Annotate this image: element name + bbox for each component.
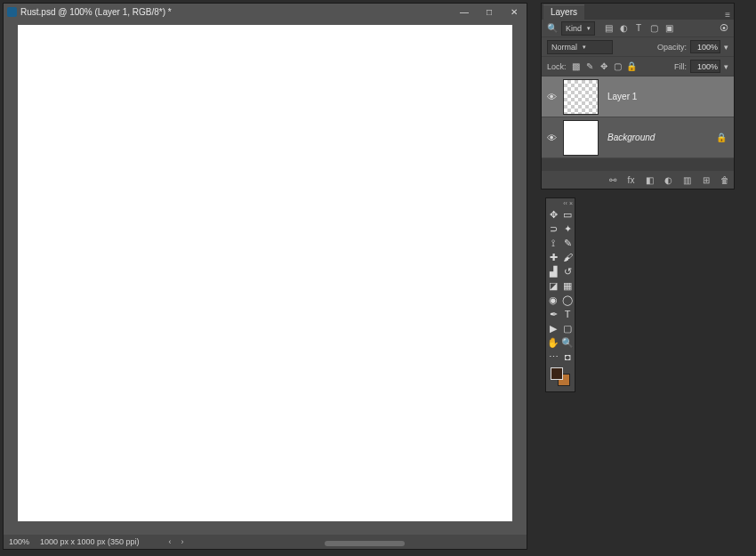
lock-transparent-icon[interactable]: ▩ — [570, 61, 582, 71]
lock-icons: ▩ ✎ ✥ ▢ 🔒 — [570, 61, 638, 71]
layer-row[interactable]: 👁Layer 1 — [542, 77, 734, 117]
chevron-down-icon[interactable]: ▾ — [724, 62, 728, 71]
lock-label: Lock: — [547, 62, 567, 71]
dodge-tool[interactable]: ◯ — [560, 293, 575, 307]
delete-layer-icon[interactable]: 🗑 — [719, 175, 730, 185]
clone-stamp-tool[interactable]: ▟ — [546, 264, 560, 278]
lock-artboard-icon[interactable]: ▢ — [612, 61, 623, 71]
layer-mask-icon[interactable]: ◧ — [644, 175, 655, 185]
crop-tool[interactable]: ⟟ — [546, 236, 560, 250]
lasso-tool[interactable]: ⊃ — [546, 222, 560, 236]
search-icon[interactable]: 🔍 — [547, 23, 558, 33]
opacity-label: Opacity: — [657, 43, 687, 52]
layers-panel: Layers ≡ 🔍 Kind ▾ ▤ ◐ T ▢ ▣ ⦿ Normal ▾ O… — [541, 3, 735, 189]
horizontal-scrollbar[interactable] — [217, 540, 500, 547]
magic-wand-tool[interactable]: ✦ — [560, 222, 575, 236]
pen-tool[interactable]: ✒ — [546, 307, 560, 321]
scroll-thumb[interactable] — [325, 541, 405, 546]
panel-grip[interactable]: ‹‹× — [546, 198, 575, 207]
lock-fill-row: Lock: ▩ ✎ ✥ ▢ 🔒 Fill: ▾ — [542, 57, 734, 77]
foreground-color-swatch[interactable] — [551, 367, 563, 380]
layer-thumbnail[interactable] — [563, 120, 599, 156]
nav-left-icon[interactable]: ‹ — [165, 537, 174, 546]
filter-kind-label: Kind — [566, 24, 582, 33]
tool-grid: ✥▭⊃✦⟟✎✚🖌▟↺◪▦◉◯✒T▶▢✋🔍⋯◘ — [546, 207, 575, 364]
filter-shape-icon[interactable]: ▢ — [647, 23, 660, 33]
layer-filter-row: 🔍 Kind ▾ ▤ ◐ T ▢ ▣ ⦿ — [542, 20, 734, 37]
lock-all-icon[interactable]: 🔒 — [626, 61, 638, 71]
minimize-button[interactable]: — — [452, 4, 477, 19]
new-layer-icon[interactable]: ⊞ — [700, 175, 712, 185]
blur-tool[interactable]: ◉ — [546, 293, 560, 307]
chevron-down-icon: ▾ — [583, 44, 586, 51]
document-window: Rust.psd @ 100% (Layer 1, RGB/8*) * — □ … — [3, 3, 527, 550]
visibility-toggle-icon[interactable]: 👁 — [542, 92, 561, 102]
rect-marquee-tool[interactable]: ▭ — [560, 207, 575, 222]
filter-pixel-icon[interactable]: ▤ — [602, 23, 615, 33]
filter-toggle-icon[interactable]: ⦿ — [720, 23, 728, 33]
path-select-tool[interactable]: ▶ — [546, 321, 560, 335]
type-tool[interactable]: T — [560, 307, 575, 321]
lock-position-icon[interactable]: ✥ — [598, 61, 609, 71]
link-layers-icon[interactable]: ⚯ — [607, 175, 618, 185]
zoom-level[interactable]: 100% — [9, 537, 29, 546]
lock-icon[interactable]: 🔒 — [716, 133, 727, 142]
layer-style-icon[interactable]: fx — [625, 175, 637, 185]
rectangle-tool[interactable]: ▢ — [560, 321, 575, 335]
layer-stack[interactable]: 👁Layer 1👁Background🔒 — [542, 77, 734, 171]
gradient-tool[interactable]: ▦ — [560, 278, 575, 293]
layer-name[interactable]: Layer 1 — [607, 92, 637, 101]
tab-layers[interactable]: Layers — [543, 4, 584, 20]
color-swatches[interactable] — [546, 366, 575, 389]
filter-kind-select[interactable]: Kind ▾ — [561, 21, 595, 36]
blend-opacity-row: Normal ▾ Opacity: ▾ — [542, 37, 734, 57]
brush-tool[interactable]: 🖌 — [560, 250, 575, 264]
nav-right-icon[interactable]: › — [178, 537, 187, 546]
eraser-tool[interactable]: ◪ — [546, 278, 560, 293]
eyedropper-tool[interactable]: ✎ — [560, 236, 575, 250]
fill-label: Fill: — [674, 62, 687, 71]
panel-menu-icon[interactable]: ≡ — [725, 8, 730, 20]
tools-panel: ‹‹× ✥▭⊃✦⟟✎✚🖌▟↺◪▦◉◯✒T▶▢✋🔍⋯◘ — [545, 197, 575, 392]
close-button[interactable]: ✕ — [502, 4, 527, 19]
spot-heal-tool[interactable]: ✚ — [546, 250, 560, 264]
layers-footer: ⚯ fx ◧ ◐ ▥ ⊞ 🗑 — [542, 171, 734, 189]
doc-dimensions: 1000 px x 1000 px (350 ppi) — [40, 537, 140, 546]
move-tool[interactable]: ✥ — [546, 207, 560, 222]
filter-smart-icon[interactable]: ▣ — [663, 23, 675, 33]
blend-mode-value: Normal — [551, 43, 577, 52]
blend-mode-select[interactable]: Normal ▾ — [547, 40, 613, 54]
edit-toolbar[interactable]: ⋯ — [546, 350, 560, 364]
layer-name[interactable]: Background — [607, 133, 655, 142]
zoom-tool[interactable]: 🔍 — [560, 335, 575, 350]
fill-input[interactable] — [690, 60, 720, 73]
document-title: Rust.psd @ 100% (Layer 1, RGB/8*) * — [20, 7, 172, 17]
layer-thumbnail[interactable] — [563, 79, 599, 115]
status-bar: 100% 1000 px x 1000 px (350 ppi) ‹ › — [4, 535, 527, 549]
filter-type-icon[interactable]: T — [632, 23, 645, 33]
adjustment-layer-icon[interactable]: ◐ — [663, 175, 674, 185]
group-icon[interactable]: ▥ — [681, 175, 693, 185]
filter-adjust-icon[interactable]: ◐ — [617, 23, 630, 33]
history-brush-tool[interactable]: ↺ — [560, 264, 575, 278]
layer-row[interactable]: 👁Background🔒 — [542, 117, 734, 158]
canvas[interactable] — [18, 25, 512, 521]
chevron-down-icon[interactable]: ▾ — [724, 43, 728, 52]
quick-mask[interactable]: ◘ — [560, 350, 575, 364]
chevron-down-icon: ▾ — [587, 25, 591, 32]
hand-tool[interactable]: ✋ — [546, 335, 560, 350]
panel-tab-bar: Layers ≡ — [542, 4, 734, 20]
title-bar[interactable]: Rust.psd @ 100% (Layer 1, RGB/8*) * — □ … — [4, 4, 527, 20]
canvas-area[interactable] — [4, 20, 527, 535]
lock-pixels-icon[interactable]: ✎ — [583, 61, 595, 71]
maximize-button[interactable]: □ — [477, 4, 502, 19]
app-icon — [7, 7, 17, 17]
visibility-toggle-icon[interactable]: 👁 — [542, 133, 561, 143]
status-nav: ‹ › — [165, 537, 187, 546]
opacity-input[interactable] — [690, 40, 720, 53]
